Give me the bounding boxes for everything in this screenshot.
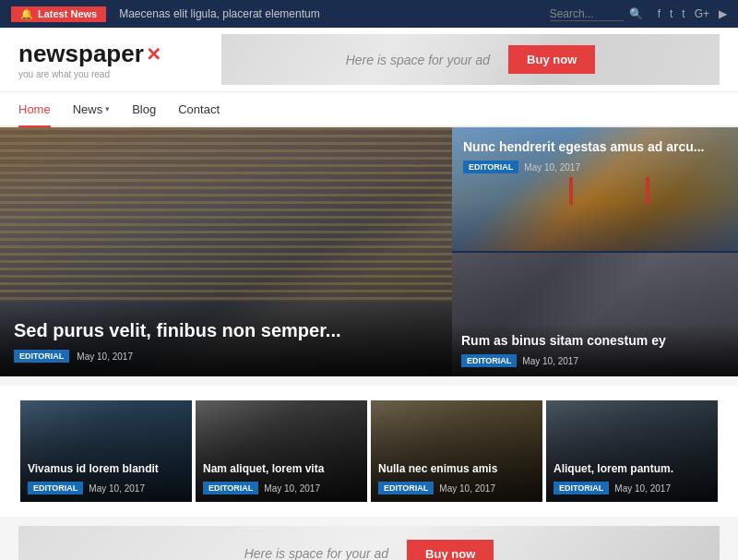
hero-side-bottom-title: Rum as binus sitam conestum ey <box>461 332 729 349</box>
card-meta-2: Editorial May 10, 2017 <box>378 482 535 494</box>
logo-subtitle: you are what you read <box>18 69 203 79</box>
card-title-3: Aliquet, lorem pantum. <box>554 462 710 477</box>
hero-main-meta: Editorial May 10, 2017 <box>14 350 438 363</box>
nav-news[interactable]: News ▾ <box>73 93 111 127</box>
latest-news-badge[interactable]: 🔔 Latest News <box>11 6 106 22</box>
search-input[interactable] <box>550 7 624 21</box>
card-title-0: Vivamus id lorem blandit <box>28 462 184 477</box>
site-logo: newspaper✕ <box>18 40 203 68</box>
ad-content: Here is space for your ad Buy now <box>346 45 596 74</box>
card-overlay-3: Aliquet, lorem pantum. Editorial May 10,… <box>546 400 718 502</box>
card-tag-2: Editorial <box>378 482 434 494</box>
top-bar: 🔔 Latest News Maecenas elit ligula, plac… <box>0 0 738 28</box>
card-title-2: Nulla nec enimus amis <box>378 462 535 477</box>
card-title-1: Nam aliquet, lorem vita <box>203 462 360 477</box>
latest-news-label: Latest News <box>38 8 97 19</box>
tumblr-icon[interactable]: t <box>670 7 673 20</box>
youtube-icon[interactable]: ▶ <box>719 7 727 20</box>
hero-main-overlay: Sed purus velit, finibus non semper... E… <box>0 304 452 376</box>
card-meta-0: Editorial May 10, 2017 <box>28 482 184 494</box>
header-ad-banner: Here is space for your ad Buy now <box>221 34 720 85</box>
card-meta-3: Editorial May 10, 2017 <box>554 482 710 494</box>
hero-side: Nunc hendrerit egestas amus ad arcu... E… <box>452 127 738 376</box>
nav-news-arrow: ▾ <box>105 104 110 113</box>
hero-main-title: Sed purus velit, finibus non semper... <box>14 318 438 342</box>
nav-news-label: News <box>73 102 103 116</box>
card-date-0: May 10, 2017 <box>89 483 145 494</box>
bottom-ad-banner: Here is space for your ad Buy now <box>18 526 720 560</box>
news-ticker: Maecenas elit ligula, placerat elementum <box>119 7 549 20</box>
card-overlay-0: Vivamus id lorem blandit Editorial May 1… <box>20 400 192 502</box>
hero-side-bottom[interactable]: Rum as binus sitam conestum ey Editorial… <box>452 253 738 376</box>
bell-icon: 🔔 <box>20 8 33 20</box>
nav-contact-label: Contact <box>178 102 220 116</box>
card-tag-1: Editorial <box>203 482 258 494</box>
logo-area[interactable]: newspaper✕ you are what you read <box>18 40 203 79</box>
hero-main-tag: Editorial <box>14 350 69 363</box>
bottom-ad-text: Here is space for your ad <box>244 546 388 560</box>
card-item-0[interactable]: Vivamus id lorem blandit Editorial May 1… <box>20 400 192 502</box>
card-overlay-1: Nam aliquet, lorem vita Editorial May 10… <box>196 400 367 502</box>
social-icons: f t t G+ ▶ <box>658 7 727 20</box>
site-header: newspaper✕ you are what you read Here is… <box>0 28 738 92</box>
hero-side-top-title: Nunc hendrerit egestas amus ad arcu... <box>463 138 727 155</box>
card-section: Vivamus id lorem blandit Editorial May 1… <box>0 386 738 517</box>
hero-side-bottom-overlay: Rum as binus sitam conestum ey Editorial… <box>452 323 738 376</box>
card-overlay-2: Nulla nec enimus amis Editorial May 10, … <box>371 400 542 502</box>
search-icon[interactable]: 🔍 <box>629 7 643 20</box>
card-date-3: May 10, 2017 <box>614 483 671 494</box>
hero-side-top[interactable]: Nunc hendrerit egestas amus ad arcu... E… <box>452 127 738 253</box>
main-nav: Home News ▾ Blog Contact <box>0 92 738 127</box>
hero-side-top-meta: Editorial May 10, 2017 <box>463 161 727 173</box>
card-tag-3: Editorial <box>554 482 609 494</box>
hero-main-date: May 10, 2017 <box>77 351 133 362</box>
hero-side-top-date: May 10, 2017 <box>524 162 580 173</box>
nav-home[interactable]: Home <box>18 93 51 127</box>
logo-x: ✕ <box>146 43 161 66</box>
bottom-ad-buy-button[interactable]: Buy now <box>407 540 494 561</box>
facebook-icon[interactable]: f <box>658 7 661 20</box>
card-date-1: May 10, 2017 <box>264 483 320 494</box>
twitter-icon[interactable]: t <box>682 7 684 20</box>
hero-side-top-overlay: Nunc hendrerit egestas amus ad arcu... E… <box>452 127 738 185</box>
card-item-1[interactable]: Nam aliquet, lorem vita Editorial May 10… <box>196 400 367 502</box>
hero-side-bottom-date: May 10, 2017 <box>522 356 578 366</box>
hero-side-bottom-tag: Editorial <box>461 354 517 367</box>
hero-side-bottom-meta: Editorial May 10, 2017 <box>461 354 729 367</box>
card-row: Vivamus id lorem blandit Editorial May 1… <box>18 400 720 502</box>
nav-contact[interactable]: Contact <box>178 93 220 127</box>
card-meta-1: Editorial May 10, 2017 <box>203 482 360 494</box>
card-item-2[interactable]: Nulla nec enimus amis Editorial May 10, … <box>371 400 542 502</box>
nav-blog[interactable]: Blog <box>132 93 156 127</box>
ad-text: Here is space for your ad <box>346 53 490 67</box>
card-date-2: May 10, 2017 <box>439 483 495 494</box>
googleplus-icon[interactable]: G+ <box>695 7 709 20</box>
hero-side-top-tag: Editorial <box>463 161 518 173</box>
logo-text-main: newspaper <box>18 40 144 68</box>
ad-buy-button[interactable]: Buy now <box>508 45 595 74</box>
top-search[interactable]: 🔍 <box>550 7 643 21</box>
nav-blog-label: Blog <box>132 102 156 116</box>
hero-section: Sed purus velit, finibus non semper... E… <box>0 127 738 376</box>
card-item-3[interactable]: Aliquet, lorem pantum. Editorial May 10,… <box>546 400 718 502</box>
hero-main[interactable]: Sed purus velit, finibus non semper... E… <box>0 127 452 376</box>
nav-home-label: Home <box>18 102 51 116</box>
card-tag-0: Editorial <box>28 482 83 494</box>
